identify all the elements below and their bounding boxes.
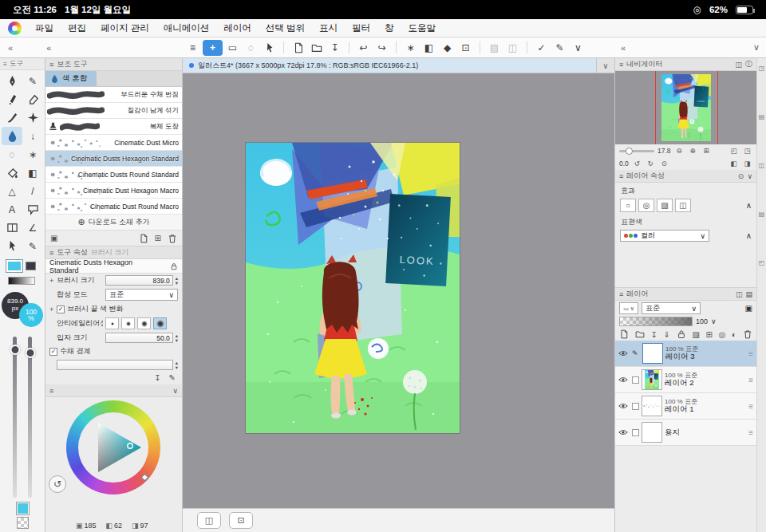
antialias-weak-option[interactable] [121, 317, 135, 329]
antialias-none-option[interactable] [105, 317, 119, 329]
dock-tab-icon[interactable]: ◫ [759, 162, 765, 169]
brush-item[interactable]: Cinematic Dust Hexagon Macro [45, 183, 182, 199]
brush-item[interactable]: 부드러운 수채 번짐 [45, 87, 182, 103]
visibility-toggle[interactable] [618, 349, 630, 358]
transparent-color-swatch[interactable] [17, 517, 29, 529]
expand-icon[interactable]: + [49, 305, 54, 313]
current-color-swatch[interactable] [17, 502, 29, 514]
zoom-slider-knob[interactable] [626, 148, 633, 155]
menu-animation[interactable]: 애니메이션 [156, 22, 217, 34]
opacity-slider-knob[interactable] [25, 348, 35, 358]
tip-color-checkbox[interactable]: ✓ [57, 305, 65, 313]
reset-view-button[interactable]: ⊙ [659, 160, 669, 167]
layer-checkbox[interactable] [632, 376, 639, 384]
restore-defaults-icon[interactable]: ↧ [154, 373, 160, 382]
collapse-right-panels-button[interactable]: « [621, 43, 626, 53]
menu-layer[interactable]: 레이어 [216, 22, 259, 34]
window-b-button[interactable]: ◳ [742, 147, 752, 155]
layer-mask-icon[interactable]: ◐ [732, 330, 736, 339]
text-tool[interactable]: A [2, 200, 22, 219]
layer-row[interactable]: 100 % 표준 레이어 2 ≡ [615, 367, 756, 393]
chevron-up-icon[interactable]: ∧ [746, 231, 752, 240]
layer-thumbnail[interactable] [642, 343, 663, 364]
gradient-button[interactable]: ◧ [421, 40, 437, 56]
operation-tool[interactable] [2, 237, 22, 255]
selection-lasso-tool[interactable]: ◌ [2, 145, 22, 164]
zoom-out-button[interactable]: ⊖ [674, 147, 685, 155]
collapse-left-panels-button[interactable]: « [46, 43, 51, 53]
layer-thumbnail[interactable] [642, 369, 662, 390]
chevron-down-icon[interactable]: ∨ [747, 172, 752, 180]
balloon-tool[interactable] [22, 200, 43, 219]
layer-opacity-slider[interactable] [619, 317, 693, 326]
antialias-strong-option-selected[interactable] [153, 317, 167, 329]
new-folder-icon[interactable] [635, 329, 645, 339]
toggle-palette-button[interactable]: ◫ [197, 512, 221, 529]
marker-tool[interactable] [2, 90, 22, 108]
effect-none-button[interactable]: ○ [620, 199, 636, 212]
chevron-up-icon[interactable]: ∧ [746, 201, 752, 210]
correction-tool[interactable]: ✎ [22, 237, 43, 255]
gradient-tool[interactable]: ◧ [22, 164, 43, 182]
zoom-in-button[interactable]: ⊕ [688, 147, 698, 155]
layer-options-icon[interactable]: ▣ [745, 304, 752, 313]
gradient-swatch[interactable] [8, 277, 35, 285]
pen-tool[interactable] [2, 72, 22, 90]
trash-icon[interactable] [168, 234, 177, 243]
eraser-tool[interactable] [22, 90, 43, 108]
effect-tone-button[interactable]: ▨ [657, 199, 673, 212]
drag-handle-icon[interactable]: ≡ [748, 402, 753, 411]
layer-panel-popout-icon[interactable]: ◫ [736, 290, 743, 298]
menu-view[interactable]: 표시 [312, 22, 345, 34]
visibility-toggle[interactable] [618, 428, 630, 437]
set-ref-icon[interactable]: ◎ [719, 330, 726, 339]
pencil-tool[interactable]: ✎ [22, 72, 43, 90]
effect-border-button[interactable]: ◎ [638, 199, 654, 212]
toggle-companion-button[interactable]: ⊡ [229, 512, 253, 529]
decoration-tool[interactable] [22, 108, 43, 127]
particle-size-spinner[interactable]: ▴▾ [176, 333, 178, 342]
new-canvas-button[interactable] [290, 40, 306, 56]
blend-mode-dropdown[interactable]: 표준 ∨ [105, 289, 178, 301]
navigator-thumbnail[interactable] [661, 74, 711, 141]
brush-item[interactable]: 복제 도장 [45, 119, 182, 135]
new-layer-icon[interactable] [619, 329, 629, 339]
clip-studio-logo-icon[interactable] [8, 22, 22, 35]
flip-horizontal-button[interactable]: ◧ [728, 160, 739, 167]
tab-tool-property[interactable]: 도구 속성 [57, 247, 88, 258]
fill-tool[interactable] [2, 164, 22, 182]
brush-tool[interactable] [2, 108, 22, 127]
layer-checkbox[interactable] [632, 429, 639, 436]
brush-item[interactable]: Cinematic Dusts Round Standard [45, 167, 182, 183]
expand-icon[interactable]: + [49, 277, 54, 285]
rotate-cw-button[interactable]: ↻ [646, 160, 656, 167]
watercolor-edge-checkbox[interactable]: ✓ [49, 348, 57, 356]
document-tab[interactable]: 일러스트4* (3667 x 5000px 72dpi 17.8% : RGB:… [183, 58, 597, 73]
snap-brush-button[interactable]: ✎ [551, 40, 568, 56]
window-a-button[interactable]: ◰ [728, 147, 739, 155]
drag-handle-icon[interactable]: ≡ [748, 349, 753, 358]
layer-thumbnail[interactable] [642, 422, 662, 443]
layer-thumbnail[interactable] [642, 396, 662, 416]
brush-item-selected[interactable]: Cinematic Dusts Hexagon Standard [45, 151, 182, 167]
navigator-info-icon[interactable]: ⓘ [745, 59, 752, 69]
wheel-mode-button[interactable]: ↺ [49, 475, 66, 493]
hamburger-icon[interactable]: ≡ [619, 290, 623, 298]
move-tool-button[interactable]: + [203, 40, 223, 56]
layer-row-paper[interactable]: 용지 ≡ [615, 420, 756, 446]
transfer-down-icon[interactable]: ↧ [650, 330, 657, 339]
crop-button[interactable]: ⊡ [457, 40, 474, 56]
object-button[interactable] [261, 40, 278, 56]
lasso-button[interactable]: ◌ [243, 40, 259, 56]
right-panel-more-button[interactable]: ∨ [753, 42, 760, 53]
lock-alpha-icon[interactable]: ▨ [692, 330, 699, 339]
save-button[interactable]: ↧ [326, 40, 343, 56]
multi-select-icon[interactable]: ▣ [50, 234, 57, 242]
dock-tab-icon[interactable]: ▤ [759, 113, 765, 120]
mirror-button[interactable]: ◫ [504, 40, 521, 56]
menu-edit[interactable]: 편집 [61, 22, 93, 34]
particle-size-track[interactable]: 50.0 [105, 333, 173, 343]
zoom-slider[interactable] [619, 150, 654, 152]
figure-tool[interactable]: △ [2, 182, 22, 200]
menu-selection[interactable]: 선택 범위 [259, 22, 312, 34]
